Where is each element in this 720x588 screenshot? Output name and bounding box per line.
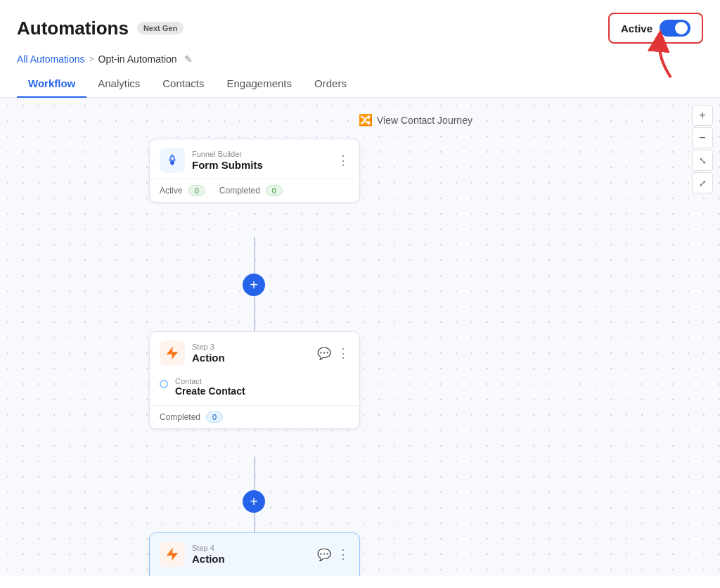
connector-line-top-add1	[254, 240, 255, 275]
tabs-bar: Workflow Analytics Contacts Engagements …	[0, 70, 720, 98]
node-step4-title: Action	[192, 553, 317, 565]
node-action-step4: Step 4 Action 💬 ⋮ Email	[149, 532, 360, 576]
tab-workflow[interactable]: Workflow	[17, 70, 86, 98]
node-step4-title-wrap: Step 4 Action	[192, 544, 317, 565]
page-title: Automations	[17, 18, 129, 39]
contact-dot	[160, 380, 168, 388]
node-form-submits-subtitle: Funnel Builder	[192, 150, 337, 158]
node-form-submits-status: Active 0 Completed 0	[150, 179, 359, 202]
node-step4-icon-wrap	[160, 542, 185, 567]
node-form-submits: Funnel Builder Form Submits ⋮ Active 0 C…	[149, 139, 360, 203]
journey-icon: 🔀	[359, 113, 373, 127]
expand-btn[interactable]: ⤢	[692, 172, 713, 193]
view-contact-journey-label: View Contact Journey	[377, 115, 472, 126]
node-action-contact-row: Contact Create Contact	[150, 371, 359, 400]
add-step-btn-1[interactable]: +	[243, 274, 265, 296]
node-action-title-wrap: Step 3 Action	[192, 343, 317, 364]
node-step4-actions: 💬 ⋮	[317, 547, 349, 562]
view-contact-journey-btn[interactable]: 🔀 View Contact Journey	[359, 113, 472, 127]
node-form-submits-completed-count: 0	[266, 185, 283, 196]
tab-contacts[interactable]: Contacts	[151, 70, 215, 98]
contact-action-name: Create Contact	[175, 385, 245, 397]
breadcrumb-current: Opt-in Automation	[98, 53, 177, 65]
breadcrumb-parent[interactable]: All Automations	[17, 53, 85, 65]
node-form-submits-actions: ⋮	[337, 153, 349, 168]
action-icon-2	[165, 547, 180, 562]
node-step4-chat-icon[interactable]: 💬	[317, 548, 331, 561]
node-form-submits-completed-label: Completed	[219, 186, 260, 196]
breadcrumb: All Automations > Opt-in Automation ✎	[0, 51, 720, 65]
node-form-submits-icon-wrap	[160, 148, 185, 173]
node-action-step-label: Step 3	[192, 343, 317, 351]
node-step4-more-icon[interactable]: ⋮	[337, 547, 349, 562]
active-toggle[interactable]	[660, 20, 690, 37]
node-action-title: Action	[192, 352, 317, 364]
connector-line-add1-node2	[254, 296, 255, 331]
connector-line-node2-add2	[254, 456, 255, 492]
next-gen-badge: Next Gen	[137, 22, 184, 34]
workflow-canvas: 🔀 View Contact Journey + − ⤡ ⤢ Funnel Bu…	[0, 98, 720, 576]
breadcrumb-separator: >	[89, 54, 94, 64]
node-action-completed-count: 0	[206, 411, 223, 423]
tab-engagements[interactable]: Engagements	[215, 70, 303, 98]
node-action-icon-wrap	[160, 340, 185, 366]
action-icon	[165, 345, 180, 361]
tab-analytics[interactable]: Analytics	[86, 70, 151, 98]
contact-type: Contact	[175, 377, 245, 385]
node-form-submits-title: Form Submits	[192, 159, 337, 171]
zoom-out-btn[interactable]: −	[692, 127, 713, 148]
svg-point-1	[171, 157, 174, 160]
edit-icon[interactable]: ✎	[184, 53, 193, 65]
node-action-actions: 💬 ⋮	[317, 345, 349, 361]
node-action-completed-label: Completed	[160, 412, 200, 422]
node-form-submits-title-wrap: Funnel Builder Form Submits	[192, 150, 337, 171]
contact-info: Contact Create Contact	[175, 377, 245, 397]
node-action-create-contact: Step 3 Action 💬 ⋮ Contact Create Contact…	[149, 331, 360, 429]
add-step-btn-2[interactable]: +	[243, 490, 265, 513]
node-action-chat-icon[interactable]: 💬	[317, 347, 331, 360]
node-form-submits-header: Funnel Builder Form Submits ⋮	[150, 139, 359, 179]
node-form-submits-active-count: 0	[188, 185, 205, 196]
node-form-submits-more-icon[interactable]: ⋮	[337, 153, 349, 168]
node-step4-header: Step 4 Action 💬 ⋮	[150, 533, 359, 573]
node-form-submits-active-label: Active	[160, 186, 183, 196]
header-left: Automations Next Gen	[17, 18, 184, 39]
node-step4-contact-row: Email	[150, 573, 359, 576]
zoom-controls: + − ⤡ ⤢	[692, 105, 713, 193]
rocket-icon	[165, 153, 180, 168]
active-label: Active	[621, 23, 652, 34]
fit-screen-btn[interactable]: ⤡	[692, 150, 713, 171]
svg-marker-2	[167, 347, 179, 359]
zoom-in-btn[interactable]: +	[692, 105, 713, 126]
node-action-header: Step 3 Action 💬 ⋮	[150, 332, 359, 371]
active-toggle-area: Active	[608, 13, 703, 44]
header: Automations Next Gen Active	[0, 0, 720, 51]
node-step4-step-label: Step 4	[192, 544, 317, 552]
node-action-status: Completed 0	[150, 405, 359, 428]
node-action-more-icon[interactable]: ⋮	[337, 345, 349, 361]
tab-orders[interactable]: Orders	[303, 70, 358, 98]
svg-marker-3	[167, 548, 179, 561]
